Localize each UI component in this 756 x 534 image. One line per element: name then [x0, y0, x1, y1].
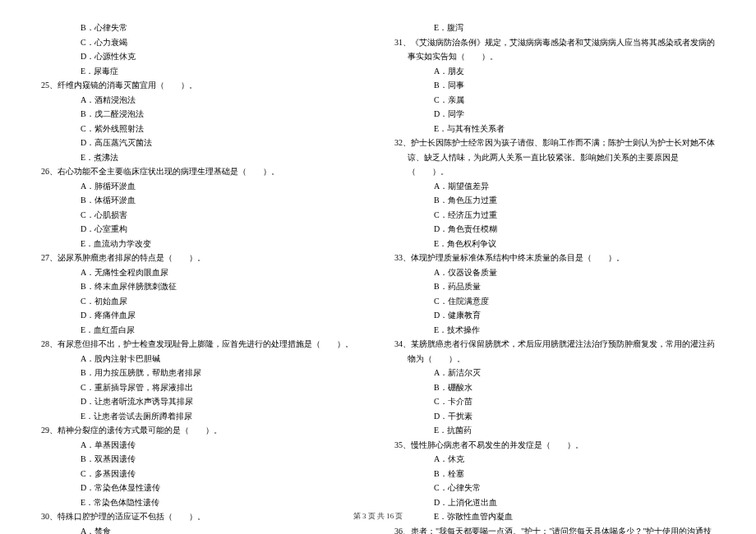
- option: A．股内注射卡巴胆碱: [41, 352, 362, 366]
- page-footer: 第 3 页 共 16 页: [0, 511, 756, 522]
- option: C．心律失常: [394, 481, 715, 495]
- option: A．禁食: [41, 524, 362, 535]
- option: B．终末血尿伴膀胱刺激征: [41, 279, 362, 294]
- option: C．住院满意度: [394, 294, 715, 309]
- option: A．新洁尔灭: [394, 366, 715, 380]
- option: B．体循环淤血: [41, 193, 362, 208]
- option: B．用力按压膀胱，帮助患者排尿: [41, 366, 362, 380]
- option: D．干扰素: [394, 409, 715, 424]
- option: B．角色压力过重: [394, 193, 715, 208]
- option: B．栓塞: [394, 467, 715, 481]
- option: B．心律失常: [41, 21, 362, 35]
- option: B．同事: [394, 78, 715, 93]
- option: C．卡介苗: [394, 394, 715, 409]
- question-36: 36、患者："我每天都要喝一点酒。"护士："请问您每天具体喝多少？"护士使用的沟…: [394, 524, 715, 535]
- option: A．单基因遗传: [41, 438, 362, 453]
- option: A．朋友: [394, 64, 715, 79]
- option: C．紫外线照射法: [41, 122, 362, 136]
- option: E．腹泻: [394, 21, 715, 35]
- option: A．肺循环淤血: [41, 179, 362, 194]
- option: A．酒精浸泡法: [41, 93, 362, 108]
- option: D．让患者听流水声诱导其排尿: [41, 394, 362, 409]
- question-32: 32、护士长因陈护士经常因为孩子请假、影响工作而不满；陈护士则认为护士长对她不体…: [394, 136, 715, 179]
- option: C．经济压力过重: [394, 208, 715, 223]
- question-27: 27、泌尿系肿瘤患者排尿的特点是（ ）。: [41, 251, 362, 265]
- question-31: 31、《艾滋病防治条例》规定，艾滋病病毒感染者和艾滋病病人应当将其感染或者发病的…: [394, 35, 715, 64]
- option: A．仪器设备质量: [394, 265, 715, 280]
- question-35: 35、慢性肺心病患者不易发生的并发症是（ ）。: [394, 438, 715, 453]
- option: B．双基因遗传: [41, 452, 362, 467]
- option: A．期望值差异: [394, 179, 715, 194]
- question-33: 33、体现护理质量标准体系结构中终末质量的条目是（ ）。: [394, 251, 715, 265]
- option: D．常染色体显性遗传: [41, 481, 362, 495]
- option: D．心源性休克: [41, 49, 362, 64]
- option: A．休克: [394, 452, 715, 467]
- right-column: E．腹泻 31、《艾滋病防治条例》规定，艾滋病病毒感染者和艾滋病病人应当将其感染…: [394, 21, 715, 497]
- option: C．心力衰竭: [41, 35, 362, 50]
- option: C．重新插导尿管，将尿液排出: [41, 380, 362, 395]
- option: E．技术操作: [394, 323, 715, 338]
- option: C．初始血尿: [41, 294, 362, 309]
- option: E．血流动力学改变: [41, 237, 362, 251]
- option: E．与其有性关系者: [394, 122, 715, 136]
- question-28: 28、有尿意但排不出，护士检查发现耻骨上膨隆，应首先进行的处理措施是（ ）。: [41, 337, 362, 352]
- option: D．角色责任模糊: [394, 222, 715, 237]
- option: E．煮沸法: [41, 150, 362, 165]
- option: E．尿毒症: [41, 64, 362, 79]
- option: E．角色权利争议: [394, 237, 715, 251]
- option: E．常染色体隐性遗传: [41, 495, 362, 510]
- question-26: 26、右心功能不全主要临床症状出现的病理生理基础是（ ）。: [41, 164, 362, 179]
- option: C．心肌损害: [41, 208, 362, 223]
- option: D．健康教育: [394, 308, 715, 323]
- option: B．硼酸水: [394, 380, 715, 395]
- option: C．多基因遗传: [41, 467, 362, 481]
- option: C．亲属: [394, 93, 715, 108]
- option: D．心室重构: [41, 222, 362, 237]
- option: E．抗菌药: [394, 423, 715, 438]
- page-content: B．心律失常 C．心力衰竭 D．心源性休克 E．尿毒症 25、纤维内窥镜的消毒灭…: [41, 21, 715, 497]
- question-25: 25、纤维内窥镜的消毒灭菌宜用（ ）。: [41, 78, 362, 93]
- option: D．同学: [394, 107, 715, 122]
- option: E．血红蛋白尿: [41, 323, 362, 338]
- question-34: 34、某膀胱癌患者行保留膀胱术，术后应用膀胱灌注法治疗预防肿瘤复发，常用的灌注药…: [394, 337, 715, 366]
- option: D．高压蒸汽灭菌法: [41, 136, 362, 150]
- option: D．上消化道出血: [394, 495, 715, 510]
- option: B．戊二醛浸泡法: [41, 107, 362, 122]
- option: B．药品质量: [394, 279, 715, 294]
- option: E．让患者尝试去厕所蹲着排尿: [41, 409, 362, 424]
- option: A．无痛性全程肉眼血尿: [41, 265, 362, 280]
- option: D．疼痛伴血尿: [41, 308, 362, 323]
- left-column: B．心律失常 C．心力衰竭 D．心源性休克 E．尿毒症 25、纤维内窥镜的消毒灭…: [41, 21, 362, 497]
- question-29: 29、精神分裂症的遗传方式最可能的是（ ）。: [41, 423, 362, 438]
